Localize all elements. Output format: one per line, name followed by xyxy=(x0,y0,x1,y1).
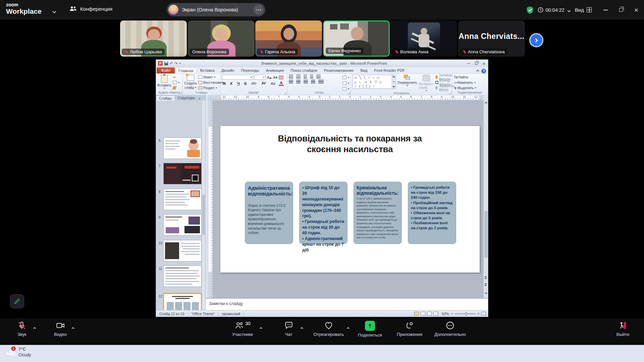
more-button[interactable]: Дополнительно xyxy=(428,321,472,337)
bold-button[interactable]: Ж xyxy=(222,81,227,85)
weather-widget[interactable]: 1 7°C Cloudy xyxy=(3,347,31,358)
scroll-down-icon[interactable] xyxy=(485,293,487,294)
decrease-indent-button[interactable] xyxy=(304,75,307,78)
columns-button[interactable] xyxy=(318,80,324,83)
character-spacing-button[interactable]: AV xyxy=(260,81,267,85)
arrange-button[interactable]: Упорядочить xyxy=(397,75,417,91)
panel-close-icon[interactable]: × xyxy=(199,97,201,101)
smartart-convert-button[interactable] xyxy=(342,86,350,91)
reading-view-button[interactable] xyxy=(427,312,432,315)
scrollbar-thumb[interactable] xyxy=(484,211,488,258)
slide-sorter-view-button[interactable] xyxy=(421,312,425,315)
copy-button[interactable] xyxy=(173,80,180,85)
tab-view[interactable]: Вид xyxy=(357,67,371,73)
italic-button[interactable]: К xyxy=(229,81,234,85)
text-direction-button[interactable] xyxy=(342,75,350,80)
tab-review[interactable]: Рецензирование xyxy=(321,67,357,73)
ppt-restore-button[interactable] xyxy=(475,62,478,65)
restore-button[interactable] xyxy=(613,0,629,20)
shapes-scroll-down-icon[interactable] xyxy=(392,86,395,88)
replace-button[interactable]: abЗаменить xyxy=(454,80,477,85)
share-screen-button[interactable]: Поделиться xyxy=(350,321,390,338)
dialog-launcher-icon[interactable] xyxy=(179,92,182,94)
dialog-launcher-icon[interactable] xyxy=(449,92,451,94)
collapse-ribbon-icon[interactable] xyxy=(476,70,479,72)
paste-button[interactable]: Вставить xyxy=(157,75,171,90)
screen-share-pill[interactable]: Экран (Олена Воронова) xyxy=(167,3,265,16)
undo-icon[interactable]: ↶ xyxy=(170,61,173,66)
minimize-button[interactable] xyxy=(598,0,613,20)
align-right-button[interactable] xyxy=(304,80,308,83)
font-name-select[interactable] xyxy=(222,75,253,80)
timer-chevron-icon[interactable] xyxy=(568,7,570,13)
ppt-minimize-button[interactable] xyxy=(467,63,470,64)
justify-button[interactable] xyxy=(311,80,315,83)
strikethrough-button[interactable]: S xyxy=(243,81,248,85)
leave-button[interactable]: Выйти xyxy=(606,321,640,337)
chat-chevron-icon[interactable] xyxy=(301,325,303,331)
shadow-button[interactable]: abc xyxy=(250,81,258,85)
tab-home[interactable]: Главная xyxy=(175,67,197,73)
security-shield-icon[interactable] xyxy=(526,6,534,14)
next-participants-button[interactable] xyxy=(529,33,543,47)
find-button[interactable]: Найти xyxy=(454,75,477,79)
grow-font-button[interactable]: A▴ xyxy=(267,75,272,80)
zoom-slider[interactable] xyxy=(455,313,476,314)
notes-pane[interactable]: Заметки к слайду xyxy=(206,298,488,310)
tab-transitions[interactable]: Переходы xyxy=(237,67,262,73)
audio-button[interactable]: Звук xyxy=(3,321,40,337)
view-button-label[interactable]: Вид xyxy=(575,7,584,13)
chat-button[interactable]: Чат xyxy=(272,321,306,337)
dialog-launcher-icon[interactable] xyxy=(284,92,286,94)
quick-styles-button[interactable]: Экспресс-стили xyxy=(419,75,434,91)
next-slide-button[interactable] xyxy=(484,283,487,286)
change-case-button[interactable]: Aa xyxy=(269,81,277,85)
scroll-up-icon[interactable] xyxy=(485,102,487,103)
tab-slideshow[interactable]: Показ слайдов xyxy=(287,67,320,73)
underline-button[interactable]: Ч xyxy=(236,81,241,85)
tab-meeting[interactable]: Конференция xyxy=(69,6,112,12)
close-button[interactable]: × xyxy=(629,0,644,20)
ppt-close-button[interactable]: × xyxy=(482,61,485,66)
zoom-in-button[interactable]: + xyxy=(477,311,480,316)
zoom-out-button[interactable]: − xyxy=(450,311,453,316)
tab-animations[interactable]: Анимация xyxy=(262,67,287,73)
slide-thumbnail-8[interactable]: 8 xyxy=(163,189,202,210)
align-text-button[interactable] xyxy=(342,81,350,85)
panel-tab-outline[interactable]: Структура xyxy=(175,96,197,101)
audio-options-chevron-icon[interactable] xyxy=(34,325,36,331)
video-tile[interactable]: Олена Воронова xyxy=(188,20,255,57)
video-tile-active-speaker[interactable]: Евген Федченко xyxy=(323,20,390,57)
slide-thumbnail-10[interactable]: 10 xyxy=(163,240,202,261)
more-options-icon[interactable] xyxy=(254,5,264,15)
cut-button[interactable]: ✂ xyxy=(173,75,180,79)
tab-file[interactable]: Файл xyxy=(157,67,175,73)
format-painter-button[interactable] xyxy=(173,85,180,90)
annotation-button[interactable] xyxy=(10,294,24,308)
apps-button[interactable]: Приложения xyxy=(389,321,430,337)
react-button[interactable]: Отреагировать xyxy=(307,321,351,337)
new-slide-button[interactable]: Создать слайд xyxy=(184,75,197,90)
slide-thumbnail-9[interactable]: 9 xyxy=(163,214,202,236)
video-options-chevron-icon[interactable] xyxy=(72,325,74,331)
align-left-button[interactable] xyxy=(289,80,293,83)
panel-scrollbar[interactable] xyxy=(202,101,205,310)
participants-chevron-icon[interactable] xyxy=(260,325,262,331)
font-color-button[interactable]: А xyxy=(279,81,284,86)
font-size-select[interactable] xyxy=(254,75,266,80)
panel-tab-slides[interactable]: Слайды xyxy=(156,96,175,101)
view-grid-icon[interactable] xyxy=(587,7,592,12)
bullets-button[interactable] xyxy=(289,75,293,78)
shrink-font-button[interactable]: A▾ xyxy=(273,75,278,80)
align-center-button[interactable] xyxy=(296,80,301,83)
video-tile[interactable]: Любов Царьова xyxy=(120,20,187,57)
select-button[interactable]: Выделить xyxy=(454,85,477,90)
increase-indent-button[interactable] xyxy=(310,75,313,78)
normal-view-button[interactable] xyxy=(414,312,419,315)
numbering-button[interactable] xyxy=(296,75,301,78)
ppt-title-bar[interactable]: P ↶ ↷ Вчимося_захищати_себе_від_насильст… xyxy=(156,60,488,67)
shapes-scroll-up-icon[interactable] xyxy=(392,76,395,77)
shapes-more-icon[interactable] xyxy=(393,81,395,82)
slide-canvas[interactable]: Відповідальність та покарання за скоєння… xyxy=(220,126,480,273)
video-tile[interactable]: Anna Cherviats... Anna Cherviatsova xyxy=(458,20,525,57)
